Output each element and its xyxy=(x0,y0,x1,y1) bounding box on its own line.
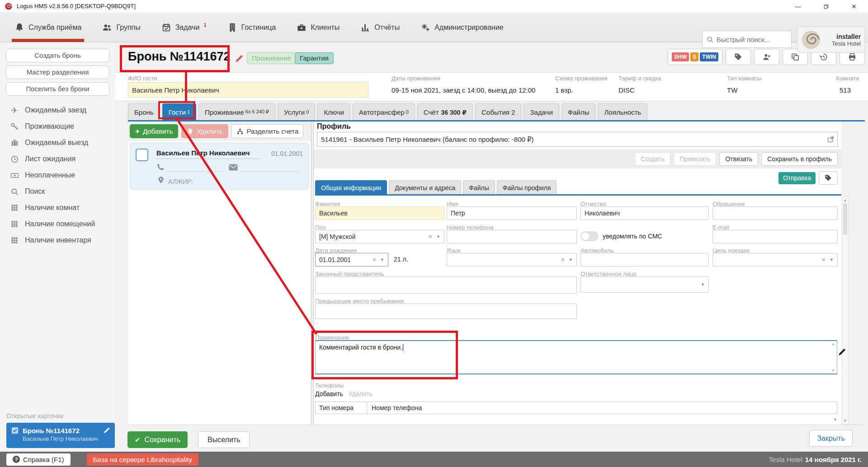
sidebar-item-unpaid[interactable]: Неоплаченные xyxy=(0,167,115,183)
tab-invoice[interactable]: Счёт36 300 ₽ xyxy=(417,103,473,121)
split-accounts-button[interactable]: Разделить счета xyxy=(231,124,304,138)
gender-select[interactable]: [М] Мужской×▼ xyxy=(315,230,444,243)
purpose-select[interactable]: ×▼ xyxy=(712,253,838,266)
nav-front-desk[interactable]: Служба приёма xyxy=(14,13,81,42)
edit-note-pencil-icon[interactable] xyxy=(838,348,846,356)
sidebar-item-space-availability[interactable]: Наличие помещений xyxy=(0,216,115,232)
profile-save-button[interactable]: Сохранить в профиль xyxy=(761,152,838,166)
nav-hotel[interactable]: Гостиница xyxy=(227,13,276,42)
tab-documents-addresses[interactable]: Документы и адреса xyxy=(389,180,461,195)
scroll-down-icon[interactable]: ▼ xyxy=(831,369,835,373)
minimize-button[interactable]: — xyxy=(784,0,812,13)
nav-clients[interactable]: Клиенты xyxy=(297,13,340,42)
tab-profile-files[interactable]: Файлы профиля xyxy=(497,180,557,195)
tab-transfer[interactable]: Автотрансфер0 xyxy=(353,103,415,121)
restore-button[interactable] xyxy=(812,0,840,13)
bar-chart-icon xyxy=(360,23,370,33)
database-server-button[interactable]: База на сервере Librahospitality xyxy=(87,453,198,466)
pencil-icon[interactable] xyxy=(103,427,110,434)
help-button[interactable]: ? Справка (F1) xyxy=(6,453,71,466)
tab-booking[interactable]: Бронь xyxy=(128,103,160,121)
edit-title-pencil-icon[interactable] xyxy=(235,54,244,63)
add-person-button[interactable] xyxy=(754,49,779,65)
tab-general-info[interactable]: Общая информация xyxy=(315,180,387,195)
roomtype-label: Тип комнаты xyxy=(727,75,762,82)
user-menu[interactable]: installer Tesla Hotel xyxy=(797,27,865,53)
sidebar-item-expected-departure[interactable]: Ожидаемый выезд xyxy=(0,135,115,151)
tab-services[interactable]: Услуги0 xyxy=(278,103,315,121)
email-field[interactable] xyxy=(712,230,838,243)
scrollbar-down-icon[interactable]: ▼ xyxy=(842,419,848,423)
profile-create-button[interactable]: Создать xyxy=(635,152,670,166)
clear-icon[interactable]: × xyxy=(373,256,376,263)
tab-files[interactable]: Файлы xyxy=(561,103,596,121)
evict-button[interactable]: Выселить xyxy=(198,431,250,448)
table-scroll-down-icon[interactable]: ▼ xyxy=(833,417,837,422)
guest-fio-input[interactable] xyxy=(128,82,368,98)
scroll-up-icon[interactable]: ▲ xyxy=(831,342,835,346)
firstname-field[interactable]: Петр xyxy=(447,206,577,220)
middlename-field[interactable]: Николаевич xyxy=(580,206,709,220)
tab-loyalty[interactable]: Лояльность xyxy=(598,103,647,121)
save-button[interactable]: ✔Сохранить xyxy=(127,431,188,448)
phones-delete-link[interactable]: Удалить xyxy=(349,390,373,397)
tab-stay[interactable]: Проживание6x 6 240 ₽ xyxy=(198,103,275,121)
search-input[interactable] xyxy=(717,36,788,43)
open-card-booking[interactable]: Бронь №1141672 Васильев Петр Николаевич xyxy=(6,423,115,448)
add-guest-button[interactable]: +Добавить xyxy=(130,124,178,138)
representative-field[interactable] xyxy=(315,276,577,294)
birthdate-field[interactable]: 01.01.2001×▼ xyxy=(315,253,388,266)
sidebar-item-inventory-availability[interactable]: Наличие инвентаря xyxy=(0,232,115,248)
phone-field[interactable] xyxy=(447,230,577,243)
lastname-field[interactable]: Васильев xyxy=(315,206,444,220)
status-bar: ? Справка (F1) База на сервере Librahosp… xyxy=(0,452,868,467)
guest-tags-button[interactable] xyxy=(819,171,838,185)
flags-button[interactable]: SHW S TWIN xyxy=(668,49,722,65)
nav-administration[interactable]: Администрирование xyxy=(420,13,504,42)
plane-icon: ✈ xyxy=(10,106,19,115)
scrollbar-up-icon[interactable]: ▲ xyxy=(842,198,848,202)
sidebar-item-room-availability[interactable]: Наличие комнат xyxy=(0,200,115,216)
sms-toggle[interactable] xyxy=(580,231,599,241)
send-button[interactable]: Отправка xyxy=(778,172,816,184)
form-scrollbar[interactable]: ▲ ▼ xyxy=(842,196,849,425)
split-master-button[interactable]: Мастер разделения xyxy=(6,65,109,79)
profile-unlink-button[interactable]: Отвязать xyxy=(719,152,758,166)
phones-add-link[interactable]: Добавить xyxy=(315,390,343,397)
car-field[interactable] xyxy=(580,253,709,266)
checkin-without-booking-button[interactable]: Поселить без брони xyxy=(6,82,109,96)
responsible-select[interactable]: ▼ xyxy=(580,276,709,293)
tab-events[interactable]: События 2 xyxy=(475,103,521,121)
sidebar-item-in-house[interactable]: Проживающие xyxy=(0,118,115,135)
profile-link-button[interactable]: Привязать xyxy=(674,152,716,166)
sidebar-item-expected-arrival[interactable]: ✈ Ожидаемый заезд xyxy=(0,102,115,118)
clear-icon[interactable]: × xyxy=(822,256,826,263)
nav-reports[interactable]: Отчёты xyxy=(360,13,400,42)
previous-stay-field[interactable] xyxy=(315,304,577,319)
sidebar-item-search[interactable]: Поиск xyxy=(0,183,115,200)
clear-icon[interactable]: × xyxy=(561,256,565,263)
open-profile-external-icon[interactable] xyxy=(827,135,835,143)
guest-name: Васильев Петр Николаевич xyxy=(156,149,259,159)
profile-field[interactable]: 5141961 - Васильев Петр Николаевич (бала… xyxy=(317,132,838,147)
note-textarea[interactable]: Комментарий гостя в брони. ▲ ▼ xyxy=(315,340,837,374)
guest-checkbox[interactable] xyxy=(136,149,148,161)
panel-splitter[interactable] xyxy=(311,121,314,425)
create-booking-button[interactable]: Создать бронь xyxy=(6,49,109,62)
tab-tasks[interactable]: Задачи xyxy=(524,103,559,121)
delete-guest-button[interactable]: Удалить xyxy=(181,124,228,138)
tags-button[interactable] xyxy=(726,49,751,65)
tab-guests[interactable]: Гости1 xyxy=(162,103,196,121)
sidebar-item-waitlist[interactable]: Лист ожидания xyxy=(0,151,115,167)
scrollbar-thumb[interactable] xyxy=(843,203,847,235)
nav-tasks[interactable]: Задачи1 xyxy=(161,13,207,42)
salutation-field[interactable] xyxy=(712,206,838,220)
language-select[interactable]: ×▼ xyxy=(447,253,577,266)
close-card-button[interactable]: Закрыть xyxy=(809,430,853,447)
close-button[interactable]: ✕ xyxy=(840,0,868,13)
tab-files-inner[interactable]: Файлы xyxy=(463,180,495,195)
nav-groups[interactable]: Группы xyxy=(102,13,140,42)
clear-icon[interactable]: × xyxy=(429,233,432,240)
guest-card[interactable]: Васильев Петр Николаевич 01.01.2001 АЛЖИ… xyxy=(130,143,309,190)
tab-keys[interactable]: Ключи xyxy=(317,103,350,121)
